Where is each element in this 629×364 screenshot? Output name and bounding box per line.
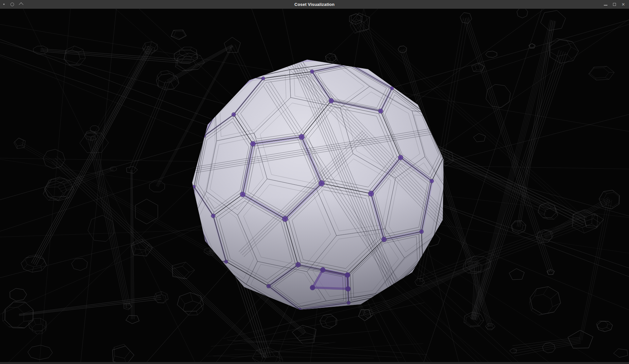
window-titlebar: Coset Visualization ✕ <box>0 0 629 9</box>
circle-icon[interactable] <box>10 3 14 6</box>
titlebar-left-icons <box>3 0 23 8</box>
scene-canvas[interactable] <box>0 9 629 362</box>
close-icon[interactable]: ✕ <box>621 2 625 7</box>
viewport-3d[interactable] <box>0 9 629 362</box>
window-controls: ✕ <box>604 0 625 8</box>
minimize-icon[interactable] <box>604 5 607 6</box>
coset-ball[interactable] <box>192 39 458 311</box>
ball-bottom-shade <box>192 59 444 310</box>
maximize-icon[interactable] <box>613 3 616 6</box>
foreground-wireframe <box>207 300 427 358</box>
app-window: Coset Visualization ✕ <box>0 0 629 364</box>
window-bottom-border <box>0 362 629 364</box>
chevron-up-icon[interactable] <box>19 2 24 7</box>
dot-icon[interactable] <box>3 4 5 5</box>
window-title: Coset Visualization <box>295 2 335 7</box>
